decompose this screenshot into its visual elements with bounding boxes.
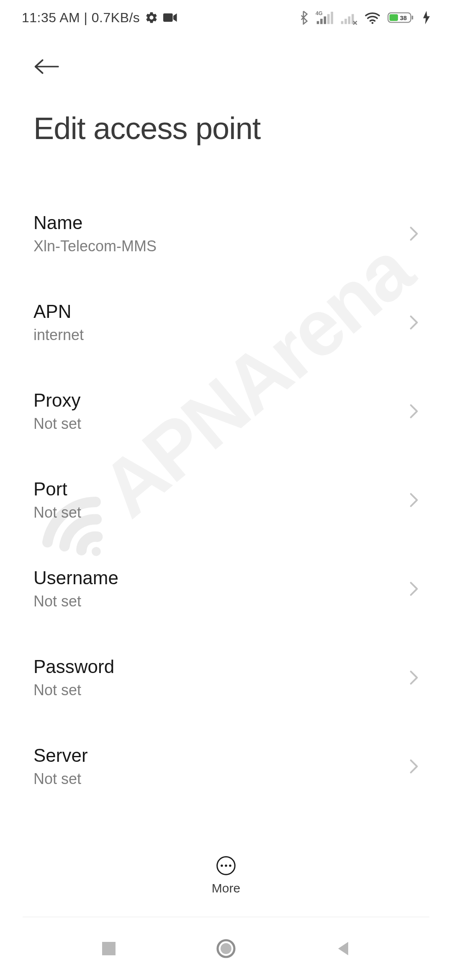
field-apn[interactable]: APN internet	[33, 281, 419, 364]
more-label: More	[212, 881, 240, 895]
system-nav-bar	[0, 917, 452, 980]
field-mmsc[interactable]: MMSC http://10.16.18.4:38090/was	[33, 814, 419, 825]
field-port[interactable]: Port Not set	[33, 459, 419, 542]
charging-icon	[423, 11, 430, 24]
square-icon	[100, 940, 117, 957]
triangle-left-icon	[335, 940, 352, 957]
page-title: Edit access point	[33, 111, 419, 146]
back-button[interactable]	[33, 52, 63, 81]
svg-rect-5	[324, 16, 326, 24]
svg-point-19	[225, 864, 227, 867]
field-value: Not set	[33, 681, 419, 699]
footer-bar: More	[0, 833, 452, 917]
video-icon	[163, 13, 177, 23]
field-label: Proxy	[33, 390, 419, 411]
svg-rect-15	[412, 15, 413, 19]
bluetooth-icon	[298, 10, 309, 25]
svg-rect-4	[320, 19, 323, 24]
chevron-right-icon	[409, 492, 419, 508]
svg-point-12	[372, 22, 374, 24]
field-label: Port	[33, 479, 419, 500]
field-proxy[interactable]: Proxy Not set	[33, 370, 419, 453]
field-value: Xln-Telecom-MMS	[33, 237, 419, 255]
battery-pct: 38	[400, 15, 406, 21]
chevron-right-icon	[409, 226, 419, 242]
field-label: APN	[33, 301, 419, 322]
field-password[interactable]: Password Not set	[33, 636, 419, 719]
svg-rect-8	[341, 21, 344, 24]
chevron-right-icon	[409, 403, 419, 419]
field-value: Not set	[33, 770, 419, 788]
nav-recent-button[interactable]	[92, 932, 126, 965]
chevron-right-icon	[409, 670, 419, 686]
status-right: 4G	[298, 10, 430, 25]
status-bar: 11:35 AM | 0.7KB/s 4G	[0, 0, 452, 35]
svg-text:4G: 4G	[316, 10, 323, 16]
field-label: Name	[33, 212, 419, 233]
arrow-left-icon	[33, 58, 59, 75]
gear-icon	[145, 11, 158, 24]
svg-rect-1	[163, 13, 173, 22]
svg-rect-9	[344, 19, 347, 24]
svg-rect-21	[102, 942, 116, 955]
svg-rect-14	[390, 14, 398, 21]
field-value: internet	[33, 326, 419, 344]
svg-point-20	[229, 864, 231, 867]
field-value: Not set	[33, 593, 419, 610]
svg-rect-10	[348, 16, 351, 24]
signal-4g-icon: 4G	[316, 10, 333, 25]
svg-rect-6	[327, 14, 330, 24]
field-username[interactable]: Username Not set	[33, 547, 419, 630]
chevron-right-icon	[409, 581, 419, 597]
field-value: Not set	[33, 415, 419, 433]
circle-icon	[216, 939, 236, 959]
nav-home-button[interactable]	[209, 932, 243, 965]
battery-icon: 38	[388, 11, 416, 24]
svg-point-23	[221, 943, 231, 954]
field-label: Username	[33, 567, 419, 588]
field-server[interactable]: Server Not set	[33, 725, 419, 808]
more-button[interactable]: More	[212, 855, 240, 895]
nav-back-button[interactable]	[326, 932, 360, 965]
svg-rect-7	[331, 12, 333, 24]
status-time: 11:35 AM | 0.7KB/s	[22, 10, 140, 26]
signal-no-sim-icon	[340, 10, 357, 25]
wifi-icon	[364, 11, 381, 24]
field-name[interactable]: Name Xln-Telecom-MMS	[33, 192, 419, 275]
field-value: Not set	[33, 504, 419, 521]
field-label: Password	[33, 656, 419, 677]
field-label: Server	[33, 745, 419, 766]
svg-point-18	[221, 864, 223, 867]
status-left: 11:35 AM | 0.7KB/s	[22, 10, 177, 26]
more-horizontal-icon	[216, 855, 236, 876]
chevron-right-icon	[409, 315, 419, 330]
chevron-right-icon	[409, 758, 419, 774]
settings-list: Name Xln-Telecom-MMS APN internet Proxy …	[0, 192, 452, 825]
svg-rect-11	[352, 14, 354, 24]
svg-rect-3	[317, 21, 319, 24]
